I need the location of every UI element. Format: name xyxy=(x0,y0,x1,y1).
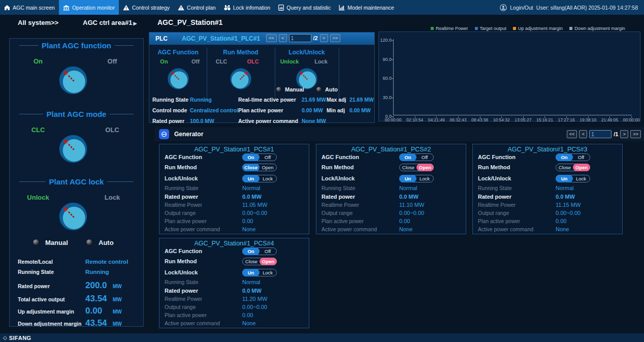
run-method-toggle[interactable]: CloseOpen xyxy=(556,164,590,171)
plant-section-plant-agc-function: Plant AGC functionOnOff xyxy=(10,41,143,107)
generator-prev-page-button[interactable]: < xyxy=(579,130,587,138)
toggle-option-on[interactable]: On xyxy=(242,247,260,255)
breadcrumb-all-system[interactable]: All system>> xyxy=(18,19,58,26)
nav-tab-control-plan[interactable]: Control plan xyxy=(174,0,220,15)
toggle-option-open[interactable]: Open xyxy=(416,164,434,171)
run-method-toggle[interactable]: CloseOpen xyxy=(242,258,277,265)
y-tick-mark xyxy=(392,98,393,98)
breadcrumb-area-label[interactable]: AGC ctrl area#1 xyxy=(83,19,133,26)
toggle-option-off[interactable]: Off xyxy=(259,154,276,161)
toggle-option-un[interactable]: Un xyxy=(399,175,416,182)
toggle-option-un[interactable]: Un xyxy=(242,175,260,182)
generator-page-input[interactable] xyxy=(589,130,611,138)
row-value: 0.00 xyxy=(242,312,253,318)
auto-label: Auto xyxy=(99,239,114,246)
legend-swatch xyxy=(431,27,434,30)
lock-unlock-toggle[interactable]: UnLock xyxy=(399,175,434,182)
plc-group-run-method: Run MethodCLCOLC xyxy=(207,47,275,104)
auto-radio[interactable] xyxy=(316,86,322,92)
generator-card-3: AGC_PV_Station#1_PCS#3AGC FunctionOnOffR… xyxy=(472,144,623,234)
toggle-option-un[interactable]: Un xyxy=(556,175,573,182)
agc-function-toggle[interactable]: OnOff xyxy=(399,153,434,161)
card-data-row: Output range0.00~0.00 xyxy=(473,210,622,219)
nav-tab-label: Control plan xyxy=(187,5,216,11)
toggle-option-off[interactable]: Off xyxy=(416,154,433,161)
toggle-option-lock[interactable]: Lock xyxy=(259,175,276,182)
plant-agc-function-knob[interactable] xyxy=(58,66,88,95)
agc-function-toggle[interactable]: OnOff xyxy=(242,153,277,161)
toggle-option-close[interactable]: Close xyxy=(400,164,417,171)
run-method-toggle[interactable]: CloseOpen xyxy=(242,164,277,171)
nav-tab-label: Model maintenance xyxy=(347,5,394,11)
card-toggle-row: Lock/UnlockUnLock xyxy=(159,269,309,278)
toggle-option-open[interactable]: Open xyxy=(573,164,590,171)
card-toggle-row: Lock/UnlockUnLock xyxy=(473,175,622,184)
breadcrumb-area[interactable]: AGC ctrl area#1▶ xyxy=(83,19,137,26)
nav-tab-operation-monitor[interactable]: Operation monitor xyxy=(59,0,119,15)
plc-prev-page-button[interactable]: < xyxy=(279,34,287,42)
plc-page-input[interactable] xyxy=(289,34,311,42)
section-title: Plant AGC mode xyxy=(16,110,137,118)
plant-agc-lock-knob[interactable] xyxy=(58,202,88,231)
y-tick-mark xyxy=(392,40,393,41)
toggle-option-lock[interactable]: Lock xyxy=(572,175,590,182)
plant-agc-mode-knob[interactable] xyxy=(58,134,88,164)
row-label: Active power command xyxy=(321,226,377,232)
info-label: Active power command xyxy=(238,118,298,124)
nav-tab-agc-main-screen[interactable]: AGC main screen xyxy=(0,0,59,15)
row-value: 0.00~0.00 xyxy=(242,210,267,216)
toggle-option-lock[interactable]: Lock xyxy=(416,175,433,182)
auto-radio[interactable] xyxy=(86,239,93,246)
toggle-option-on[interactable]: On xyxy=(556,153,573,161)
manual-radio[interactable] xyxy=(276,86,282,92)
nav-tab-control-strategy[interactable]: Control strategy xyxy=(119,0,174,15)
toggle-option-on[interactable]: On xyxy=(242,153,260,161)
x-tick-mark xyxy=(609,116,610,118)
lock-unlock-toggle[interactable]: UnLock xyxy=(556,175,590,182)
lock-unlock-toggle[interactable]: UnLock xyxy=(242,175,277,182)
plc-last-page-button[interactable]: >> xyxy=(330,34,341,42)
agc-function-toggle[interactable]: OnOff xyxy=(242,247,277,255)
toggle-option-un[interactable]: Un xyxy=(242,269,260,276)
plc-next-page-button[interactable]: > xyxy=(320,34,328,42)
info-label: Real-time active power xyxy=(238,97,296,103)
toggle-option-off[interactable]: Off xyxy=(572,154,590,161)
plant-metric-row: Up adjustment margin0.00MW xyxy=(10,306,143,315)
row-value: 0.00~0.00 xyxy=(242,304,267,310)
generator-last-page-button[interactable]: >> xyxy=(630,130,641,138)
plc-first-page-button[interactable]: << xyxy=(266,34,277,42)
breadcrumb-station-title[interactable]: AGC_PV_Station#1 xyxy=(157,18,222,26)
toggle-option-open[interactable]: Open xyxy=(259,164,276,171)
metric-label: Down adjustment margin xyxy=(18,321,81,327)
toggle-label: AGC Function xyxy=(478,154,516,160)
nav-tab-lock-infomation[interactable]: Lock infomation xyxy=(220,0,275,15)
run-method-toggle[interactable]: CloseOpen xyxy=(399,164,434,171)
toggle-option-close[interactable]: Close xyxy=(243,258,260,265)
nav-tab-query-and-statistic[interactable]: Query and statistic xyxy=(274,0,335,15)
option-unlock: Unlock xyxy=(275,58,304,65)
toggle-option-close[interactable]: Close xyxy=(242,164,260,171)
y-tick-label: 30.0 xyxy=(379,95,392,100)
y-tick-label: 120.0 xyxy=(379,38,392,43)
info-label: Plan active power xyxy=(238,107,283,113)
sifang-logo-icon: ◇ xyxy=(3,335,7,340)
generator-next-page-button[interactable]: > xyxy=(620,130,628,138)
generator-first-page-button[interactable]: << xyxy=(567,130,577,138)
auto-label: Auto xyxy=(325,86,338,92)
agc-function-toggle[interactable]: OnOff xyxy=(556,153,590,161)
card-title: AGC_PV_Station#1_PCS#4 xyxy=(159,240,309,247)
toggle-option-close[interactable]: Close xyxy=(556,164,573,171)
nav-tab-model-maintenance[interactable]: Model maintenance xyxy=(335,0,398,15)
login-out-button[interactable]: Login/Out xyxy=(510,5,533,11)
toggle-option-lock[interactable]: Lock xyxy=(259,269,276,276)
manual-radio[interactable] xyxy=(33,239,40,246)
row-label: Realtime Power xyxy=(165,296,202,302)
section-title: Plant AGC lock xyxy=(16,177,137,186)
toggle-label: Lock/Unlock xyxy=(165,175,198,181)
toggle-option-off[interactable]: Off xyxy=(259,248,276,255)
card-data-row: Active power commandNone xyxy=(316,226,466,235)
toggle-option-open[interactable]: Open xyxy=(260,258,277,265)
x-tick-mark xyxy=(436,116,437,118)
lock-unlock-toggle[interactable]: UnLock xyxy=(242,269,277,276)
toggle-option-on[interactable]: On xyxy=(399,153,416,161)
